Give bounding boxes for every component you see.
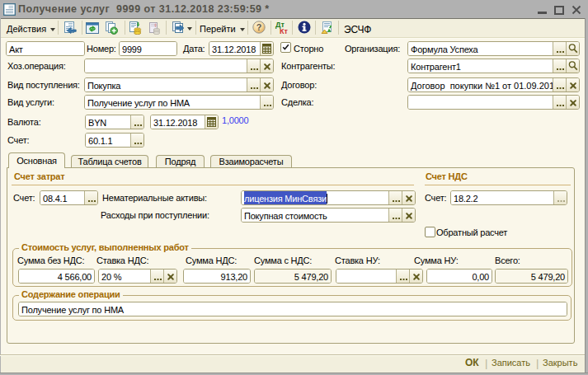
svg-text:?: ? [256,22,262,32]
